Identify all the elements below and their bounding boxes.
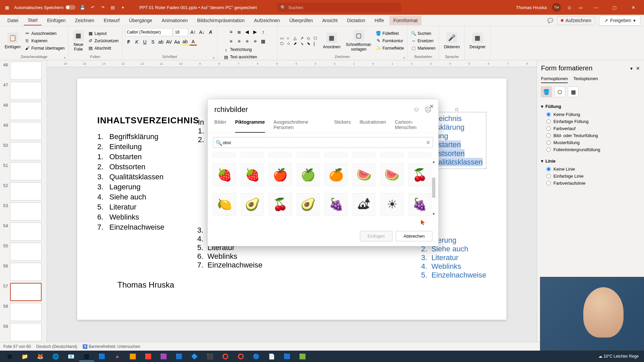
app-icon[interactable]: ⬛ xyxy=(203,351,217,361)
save-icon[interactable]: 💾 xyxy=(79,4,86,10)
underline-button[interactable]: U xyxy=(141,38,149,46)
align-text-button[interactable]: ▤Text ausrichten xyxy=(223,54,274,60)
spacing-button[interactable]: AV xyxy=(165,38,173,46)
icon-result[interactable]: 🥑 xyxy=(297,193,320,216)
app-icon[interactable]: 🟩 xyxy=(295,351,310,361)
icon-result[interactable]: 🍋 xyxy=(213,193,236,216)
fill-option-solid[interactable]: Einfarbige Füllung xyxy=(541,118,640,125)
size-tab-icon[interactable]: ▦ xyxy=(568,86,579,97)
slide-thumb-58[interactable] xyxy=(10,303,42,321)
menu-animationen[interactable]: Animationen xyxy=(158,16,192,25)
dialog-search-input[interactable] xyxy=(213,137,433,148)
explorer-icon[interactable]: 📁 xyxy=(17,351,32,361)
icon-result[interactable]: ○ xyxy=(325,152,347,157)
icon-result[interactable]: 🍓 xyxy=(213,164,236,186)
feedback-happy-icon[interactable]: ☺ xyxy=(413,106,420,114)
author-text[interactable]: Thomas Hruska xyxy=(117,280,174,290)
quickstyles-button[interactable]: ▢Schnellformat- vorlagen xyxy=(344,29,374,53)
layout-button[interactable]: ▦Layout xyxy=(87,30,119,37)
icon-result[interactable]: 🍎 xyxy=(269,164,292,186)
numbering-button[interactable]: ≣ xyxy=(235,28,243,36)
text-direction-button[interactable]: ↕Textrichtung xyxy=(223,46,274,53)
tab-stickers[interactable]: Stickers xyxy=(334,117,351,133)
paste-button[interactable]: 📋Einfügen xyxy=(3,31,22,51)
align-justify-button[interactable]: ≡ xyxy=(252,38,259,45)
word-icon[interactable]: 🟦 xyxy=(280,351,294,361)
align-left-button[interactable]: ≡ xyxy=(227,38,235,45)
search-box[interactable]: 🔍 xyxy=(277,3,401,12)
app-icon[interactable]: 🟦 xyxy=(172,351,186,361)
app-icon[interactable]: 🔷 xyxy=(187,351,202,361)
line-section-header[interactable]: ▾Linie xyxy=(541,157,640,166)
line-option-none[interactable]: Keine Linie xyxy=(541,166,640,173)
start-show-icon[interactable]: ▤ xyxy=(110,4,116,10)
italic-button[interactable]: K xyxy=(133,38,141,46)
linespacing-button[interactable]: ↕ xyxy=(260,28,267,36)
icon-result[interactable]: 🍇 xyxy=(325,193,347,216)
line-option-gradient[interactable]: Farbverlaufslinie xyxy=(541,180,640,187)
language-indicator[interactable]: Deutsch (Deutschland) xyxy=(36,344,77,349)
slide-thumb-46[interactable] xyxy=(10,62,42,80)
fill-option-slidebg[interactable]: Folienhintergrundfüllung xyxy=(541,146,640,153)
find-button[interactable]: 🔍Suchen xyxy=(410,30,436,37)
icon-result[interactable]: ● xyxy=(241,152,264,157)
maximize-button[interactable]: ▢ xyxy=(608,2,621,12)
app-icon[interactable]: 🔵 xyxy=(249,351,264,361)
format-painter-button[interactable]: 🖌Format übertragen xyxy=(24,45,65,52)
tab-cartoon[interactable]: Cartoon-Menschen xyxy=(395,117,432,133)
share-button[interactable]: ↗Freigeben▾ xyxy=(599,15,641,25)
app-icon[interactable]: 🟦 xyxy=(95,351,109,361)
copy-button[interactable]: ⎘Kopieren xyxy=(24,38,65,44)
toc-left-textbox[interactable]: INHALTSVERZEICHNIS 1.Begriffsklärung 2.E… xyxy=(97,115,199,233)
case-button[interactable]: Aa xyxy=(173,38,181,46)
powerpoint-taskbar-icon[interactable]: ▧ xyxy=(79,351,94,361)
slide-thumb-47[interactable] xyxy=(10,82,42,100)
slide-thumb-53[interactable] xyxy=(10,202,42,221)
font-color-button[interactable]: A xyxy=(190,38,197,46)
slide-counter[interactable]: Folie 57 von 60 xyxy=(3,344,31,349)
search-input[interactable] xyxy=(288,5,398,10)
reset-button[interactable]: ↺Zurücksetzen xyxy=(87,38,119,44)
icon-result[interactable]: 🍇 xyxy=(409,193,431,216)
menu-aufzeichnen[interactable]: Aufzeichnen xyxy=(250,16,284,25)
menu-ueberpruefen[interactable]: Überprüfen xyxy=(285,16,317,25)
menu-ansicht[interactable]: Ansicht xyxy=(318,16,341,25)
pane-close-icon[interactable]: ✕ xyxy=(636,66,640,71)
new-slide-button[interactable]: ▦Neue Folie xyxy=(71,29,86,53)
icon-result[interactable]: ○ xyxy=(213,152,236,157)
menu-entwurf[interactable]: Entwurf xyxy=(100,16,123,25)
sync-icon[interactable]: ⊙ xyxy=(566,4,572,10)
icon-result[interactable]: 🍊 xyxy=(325,164,347,186)
columns-button[interactable]: ▦ xyxy=(260,38,267,45)
redo-icon[interactable]: ↷ xyxy=(100,4,106,10)
tab-bilder[interactable]: Bilder xyxy=(214,117,226,133)
tab-text-options[interactable]: Textoptionen xyxy=(573,76,598,83)
tab-illustrations[interactable]: Illustrationen xyxy=(360,117,386,133)
designer-button[interactable]: ▦Designer xyxy=(468,31,488,51)
align-right-button[interactable]: ≡ xyxy=(244,38,251,45)
onenote-icon[interactable]: 🟪 xyxy=(156,351,171,361)
icon-result[interactable]: 🍒 xyxy=(409,164,431,186)
shape-outline-button[interactable]: ✎Formkontur xyxy=(375,38,405,44)
slide-thumb-57[interactable] xyxy=(10,283,42,301)
slide-thumb-48[interactable] xyxy=(10,102,42,120)
firefox-icon[interactable]: 🦊 xyxy=(33,351,48,361)
fill-section-header[interactable]: ▾Füllung xyxy=(541,102,640,111)
menu-einfuegen[interactable]: Einfügen xyxy=(43,16,69,25)
bold-button[interactable]: F xyxy=(125,38,132,46)
icon-result[interactable]: 🍉 xyxy=(381,164,404,186)
comments-icon[interactable]: 💬 xyxy=(547,18,553,23)
scroll-up-icon[interactable]: ▲ xyxy=(431,159,436,164)
clear-search-icon[interactable]: ✕ xyxy=(426,139,430,146)
indent-dec-button[interactable]: ◀ xyxy=(244,28,251,36)
cancel-button[interactable]: Abbrechen xyxy=(396,231,432,241)
fill-option-none[interactable]: Keine Füllung xyxy=(541,111,640,118)
dictate-button[interactable]: 🎤Diktieren xyxy=(442,31,462,51)
shape-fill-button[interactable]: 🪣Fülleffekt xyxy=(375,30,405,37)
icon-result[interactable]: ☀ xyxy=(381,193,404,216)
accessibility-check[interactable]: ♿ Barrierefreiheit: Untersuchen xyxy=(83,344,140,349)
icon-result[interactable]: ○ xyxy=(297,152,320,157)
icon-result[interactable]: 🍓 xyxy=(241,164,264,186)
user-name[interactable]: Thomas Hruska xyxy=(516,5,547,10)
arrange-button[interactable]: ▦Anordnen xyxy=(321,31,342,51)
